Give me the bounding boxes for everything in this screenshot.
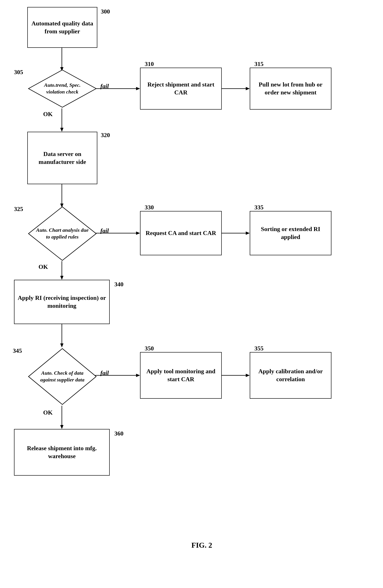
svg-marker-15 (60, 276, 64, 280)
label-355: 355 (254, 345, 264, 352)
node-305: Auto.trend, Spec. violation check (27, 69, 97, 108)
label-300: 300 (101, 8, 110, 15)
svg-marker-3 (60, 128, 64, 132)
node-315: Pull new lot from hub or order new shipm… (250, 68, 331, 110)
label-335: 335 (254, 204, 264, 211)
node-335: Sorting or extended RI applied (250, 211, 331, 255)
label-345: 345 (13, 347, 22, 354)
svg-marker-19 (136, 374, 140, 377)
label-315: 315 (254, 61, 264, 68)
label-325: 325 (14, 206, 23, 213)
node-325: Auto. Chart analysis due to applied rule… (27, 206, 97, 262)
fail-label-3: fail (100, 370, 109, 377)
ok-label-3: OK (43, 409, 52, 416)
svg-marker-7 (246, 87, 250, 90)
node-355: Apply calibration and/or correlation (250, 352, 331, 399)
node-300: Automated quality data from supplier (27, 7, 97, 48)
svg-marker-17 (60, 343, 64, 347)
node-330: Request CA and start CAR (140, 211, 222, 255)
ok-label-2: OK (39, 263, 48, 271)
svg-marker-5 (136, 87, 140, 90)
node-325-text: Auto. Chart analysis due to applied rule… (36, 227, 89, 240)
node-350: Apply tool monitoring and start CAR (140, 352, 222, 399)
diagram-container: Automated quality data from supplier 300… (0, 0, 383, 588)
label-320: 320 (101, 132, 110, 139)
node-340: Apply RI (receiving inspection) or monit… (14, 280, 110, 324)
label-310: 310 (145, 61, 154, 68)
label-340: 340 (114, 281, 123, 288)
label-330: 330 (145, 204, 154, 211)
ok-label-1: OK (43, 111, 52, 118)
fig-caption: FIG. 2 (191, 541, 212, 549)
node-320: Data server on manufacturer side (27, 132, 97, 184)
node-360: Release shipment into mfg. warehouse (14, 429, 110, 476)
svg-marker-11 (136, 231, 140, 235)
svg-marker-13 (246, 231, 250, 235)
label-305: 305 (14, 69, 23, 76)
label-350: 350 (145, 345, 154, 352)
fail-label-2: fail (100, 227, 109, 234)
fail-label-1: fail (100, 83, 109, 90)
node-305-text: Auto.trend, Spec. violation check (36, 82, 89, 95)
svg-marker-23 (60, 425, 64, 429)
svg-marker-21 (246, 374, 250, 377)
node-310: Reject shipment and start CAR (140, 68, 222, 110)
node-345-text: Auto. Check of data against supplier dat… (36, 370, 89, 383)
label-360: 360 (114, 430, 123, 437)
node-345: Auto. Check of data against supplier dat… (27, 347, 97, 406)
